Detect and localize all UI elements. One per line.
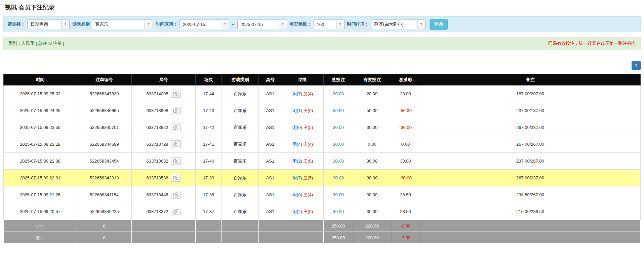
header-table-no: 桌号 (259, 74, 282, 85)
date-from-dropdown-button[interactable]: ▼ (221, 20, 229, 29)
cell-session: 17-43 (196, 102, 222, 119)
round-id-text: 633713632 (146, 159, 168, 164)
cards-icon (173, 209, 178, 214)
table-footer: 小计 8 250.00 220.00 -3.00 总计 8 250.00 220… (4, 220, 641, 244)
cell-bet-id: 522658343454 (77, 153, 132, 170)
round-result-button[interactable] (171, 124, 181, 131)
round-id-text: 633713729 (146, 142, 168, 147)
total-bet-link[interactable]: 30.00 (333, 159, 344, 164)
filter-item-time-range: 时间区间： 2025-07-15 ▼ ~ 2025-07-15 ▼ (156, 20, 287, 29)
total-bet-link[interactable]: 30.00 (333, 209, 344, 214)
cell-result: 闲(2) 庄(9) (282, 203, 324, 220)
cell-result: 闲(0) 庄(5) (282, 119, 324, 136)
cell-note: 267.00/237.00 (420, 170, 641, 186)
total-bet-link[interactable]: 20.00 (333, 91, 344, 96)
result-player: 闲(2) (292, 159, 302, 164)
select-type-dropdown-button[interactable]: ▼ (61, 20, 69, 29)
cell-result: 闲(2) 庄(0) (282, 153, 324, 170)
result-banker: 庄(5) (303, 175, 313, 180)
cell-total-bet: 20.00 (324, 85, 353, 102)
cell-bet-id: 522658346665 (77, 102, 132, 119)
subtotal-valid-bet: 220.00 (353, 220, 391, 232)
round-result-button[interactable] (171, 174, 181, 182)
round-id-text: 633713908 (146, 108, 168, 113)
cell-valid-bet: 30.00 (353, 203, 391, 220)
cell-valid-bet: 30.00 (353, 186, 391, 203)
cell-note: 210.00/238.50 (420, 203, 641, 220)
round-result-button[interactable] (171, 208, 181, 215)
cell-bet-id: 522658344699 (77, 136, 132, 153)
cell-session: 17-41 (196, 136, 222, 153)
cell-table-no: AS1 (259, 203, 282, 220)
total-bet-link[interactable]: 30.00 (333, 175, 344, 180)
cell-table-no: AS1 (259, 119, 282, 136)
total-bet-link[interactable]: 30.00 (333, 125, 344, 130)
total-bet-link[interactable]: 30.00 (333, 142, 344, 147)
cell-table-no: AS1 (259, 186, 282, 203)
select-type-label: 请选择： (8, 21, 25, 27)
cell-time: 2025-07-15 09:24:25 (4, 102, 77, 119)
header-bet-id: 注单编号 (77, 74, 132, 85)
select-type-combobox[interactable]: 日期查询 ▼ (27, 20, 70, 29)
result-player: 闲(0) (292, 192, 302, 197)
cell-valid-bet: 30.00 (353, 170, 391, 186)
cell-bet-id: 522658345701 (77, 119, 132, 136)
round-result-button[interactable] (171, 90, 181, 98)
game-type-combobox[interactable]: 百家乐 ▼ (92, 20, 153, 29)
info-bar: 币别：人民币 | 总共 :8 注单 | 同局有效投注，统一计算在该局第一张注单内 (3, 37, 641, 50)
cards-icon (173, 108, 178, 113)
chevron-down-icon: ▼ (339, 23, 341, 26)
header-round-id: 局号 (132, 74, 196, 85)
pagination-top: 1 (3, 61, 641, 70)
filter-item-page-size: 每页笔数： 100 ▼ (290, 20, 345, 29)
round-result-button[interactable] (171, 107, 181, 114)
chevron-down-icon: ▼ (148, 23, 150, 26)
sort-label: 时间排序： (347, 21, 369, 27)
cell-round-id: 633713372 (132, 203, 196, 220)
result-banker: 庄(0) (303, 108, 313, 113)
chevron-down-icon: ▼ (224, 23, 227, 26)
select-type-value: 日期查询 (28, 20, 61, 29)
cell-time: 2025-07-15 09:21:26 (4, 186, 77, 203)
total-bet-link[interactable]: 30.00 (333, 192, 344, 197)
cell-payout: -30.00 (391, 170, 420, 186)
header-note: 备注 (420, 74, 641, 85)
result-banker: 庄(4) (303, 91, 313, 96)
cell-table-no: AS1 (259, 136, 282, 153)
header-session: 场次 (196, 74, 222, 85)
header-total-bet: 总投注 (324, 74, 353, 85)
round-id-text: 633714005 (146, 91, 168, 96)
cell-note: 237.00/267.00 (420, 153, 641, 170)
cell-table-no: AS1 (259, 170, 282, 186)
page-size-dropdown-button[interactable]: ▼ (336, 20, 344, 29)
date-from-combobox[interactable]: 2025-07-15 ▼ (179, 20, 229, 29)
round-result-button[interactable] (171, 157, 181, 165)
page-button-1[interactable]: 1 (632, 61, 641, 70)
filter-item-game-type: 游戏类别 百家乐 ▼ (72, 20, 153, 29)
sort-combobox[interactable]: 降幂(由大到小) ▼ (371, 20, 426, 29)
cell-game-type: 百家乐 (222, 186, 259, 203)
cell-round-id: 633713822 (132, 119, 196, 136)
page-title: 视讯 会员下注纪录 (5, 3, 641, 11)
total-bet-link[interactable]: 50.00 (333, 108, 344, 113)
round-result-button[interactable] (171, 140, 181, 148)
total-row: 总计 8 250.00 220.00 -3.00 (4, 232, 641, 244)
date-to-dropdown-button[interactable]: ▼ (279, 20, 287, 29)
betting-records-table: 时间 注单编号 局号 场次 游戏类别 桌号 结果 总投注 有效投注 总派彩 备注… (3, 74, 641, 244)
sort-dropdown-button[interactable]: ▼ (417, 20, 425, 29)
cards-icon (173, 192, 178, 197)
cell-result: 闲(4) 庄(4) (282, 136, 324, 153)
cell-round-id: 633714005 (132, 85, 196, 102)
round-result-button[interactable] (171, 191, 181, 199)
table-row: 2025-07-15 09:22:01 522658342313 6337135… (4, 170, 641, 186)
table-row: 2025-07-15 09:20:57 522658340225 6337133… (4, 203, 641, 220)
search-button[interactable]: 查询 (430, 19, 448, 30)
result-player: 闲(7) (292, 175, 302, 180)
cell-game-type: 百家乐 (222, 102, 259, 119)
table-body: 2025-07-15 09:25:02 522658347830 6337140… (4, 85, 641, 220)
sort-value: 降幂(由大到小) (371, 20, 417, 29)
game-type-dropdown-button[interactable]: ▼ (145, 20, 153, 29)
total-total-bet: 250.00 (324, 232, 353, 244)
page-size-combobox[interactable]: 100 ▼ (314, 20, 345, 29)
date-to-combobox[interactable]: 2025-07-15 ▼ (237, 20, 287, 29)
